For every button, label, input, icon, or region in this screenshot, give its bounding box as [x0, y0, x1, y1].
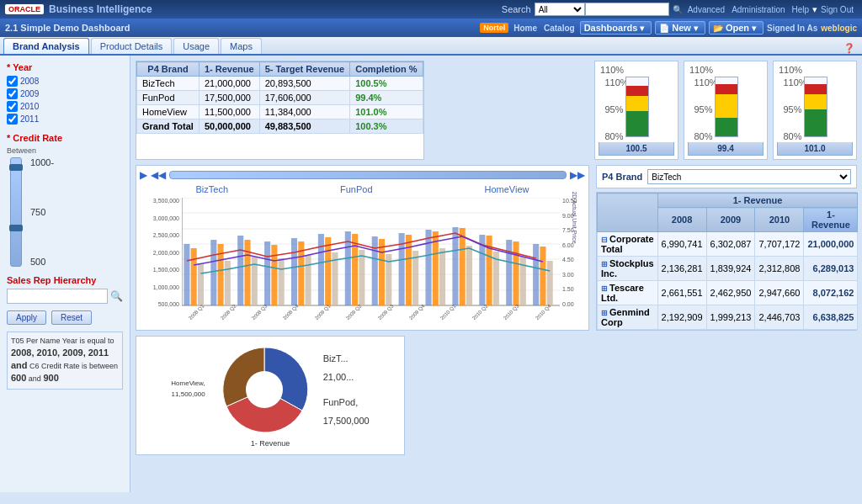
combo-chart-area: 3,500,000 3,000,000 2,500,000 2,000,000 … [140, 198, 585, 322]
pie-chart-wrap: HomeView,11,500,000 [136, 336, 405, 455]
search-scope-select[interactable]: All [535, 3, 585, 16]
tab-usage[interactable]: Usage [173, 38, 219, 54]
expand-icon-4[interactable]: ⊞ [601, 309, 608, 317]
brand-dropdown[interactable]: BizTech FunPod HomeView [647, 169, 851, 184]
col-completion: Completion % [350, 62, 423, 77]
play-btn[interactable]: ▶ [140, 169, 147, 181]
completion-cell: 99.4% [350, 91, 423, 105]
brand-homeview: HomeView [484, 184, 529, 194]
slider-thumb-bottom[interactable] [9, 225, 23, 231]
open-dropdown[interactable]: 📂 Open▾ [709, 21, 764, 34]
year-2010-checkbox[interactable] [7, 101, 18, 112]
pivot-genmind-2008: 2,192,909 [657, 305, 706, 330]
pivot-row-genmind: ⊞Genmind Corp 2,192,909 1,999,213 2,446,… [598, 305, 858, 330]
pivot-col-revenue-header: 1- Revenue [657, 194, 858, 208]
target-cell: 11,384,000 [259, 105, 350, 119]
tab-help-icon[interactable]: ❓ [843, 43, 855, 54]
pivot-table: 1- Revenue 2008 2009 2010 1- Revenue [597, 193, 858, 330]
reset-button[interactable]: Reset [51, 310, 92, 325]
notif-button[interactable]: Nortel [480, 23, 508, 33]
svg-rect-16 [372, 236, 378, 305]
administration-link[interactable]: Administration [732, 5, 785, 14]
pivot-stock-2008: 2,136,281 [657, 257, 706, 281]
hierarchy-filter: Sales Rep Hierarchy 🔍 [7, 275, 123, 304]
right-content: P4 Brand 1- Revenue 5- Target Revenue Co… [130, 56, 862, 492]
expand-icon-3[interactable]: ⊞ [601, 284, 608, 293]
apply-button[interactable]: Apply [7, 310, 46, 325]
time-slider[interactable] [169, 171, 567, 179]
brand-select-label: P4 Brand [602, 172, 642, 182]
year-2008-checkbox[interactable] [7, 76, 18, 87]
grand-total-revenue: 50,000,000 [199, 119, 259, 134]
year-2011-checkbox[interactable] [7, 114, 18, 125]
filter-panel: * Year 2008 2009 2010 2011 * Credit Rate… [0, 56, 130, 492]
svg-rect-50 [547, 261, 553, 305]
revenue-table-wrap: P4 Brand 1- Revenue 5- Target Revenue Co… [136, 61, 424, 160]
pie-svg [214, 343, 315, 436]
pivot-corp-2009: 6,302,087 [706, 232, 755, 257]
pivot-total-header: 1- Revenue [804, 208, 858, 232]
second-toolbar: 2.1 Simple Demo Dashboard Nortel Home Ca… [0, 19, 862, 37]
filter-summary: T05 Per Name Year is equal to 2008, 2010… [7, 332, 123, 390]
search-input[interactable] [585, 3, 669, 16]
grand-total-row: Grand Total 50,000,000 49,883,500 100.3% [137, 119, 423, 134]
slider-thumb-top[interactable] [9, 164, 23, 171]
year-2009-checkbox[interactable] [7, 88, 18, 99]
tab-maps[interactable]: Maps [221, 38, 262, 54]
search-go-icon[interactable]: 🔍 [673, 5, 683, 14]
year-2009-row: 2009 [7, 88, 123, 99]
catalog-link[interactable]: Catalog [544, 24, 575, 33]
tab-product-details[interactable]: Product Details [91, 38, 173, 54]
pivot-tescare-2010: 2,947,660 [755, 281, 804, 305]
pivot-table-wrap: 1- Revenue 2008 2009 2010 1- Revenue [596, 192, 857, 331]
pivot-tescare-total: 8,072,162 [804, 281, 858, 305]
pie-label-homeview: HomeView,11,500,000 [171, 379, 205, 401]
slider-val-750: 750 [30, 207, 54, 217]
svg-rect-19 [452, 227, 458, 305]
svg-rect-35 [513, 241, 519, 305]
signed-in-label: Signed In As [767, 24, 817, 33]
year-filter: * Year 2008 2009 2010 2011 [7, 62, 123, 125]
new-dropdown[interactable]: 📄 New▾ [655, 21, 705, 34]
svg-point-51 [246, 371, 283, 408]
expand-icon[interactable]: ⊟ [601, 236, 608, 244]
svg-rect-12 [264, 241, 270, 305]
forward-btn[interactable]: ▶▶ [570, 169, 585, 181]
user-link[interactable]: weblogic [821, 24, 857, 33]
search-label: Search [502, 4, 531, 14]
year-2009-label: 2009 [20, 89, 39, 98]
pivot-genmind-total: 6,638,825 [804, 305, 858, 330]
tab-bar: Brand Analysis Product Details Usage Map… [0, 37, 862, 56]
pivot-label-tescare: ⊞Tescare Ltd. [598, 281, 658, 305]
year-2010-label: 2010 [20, 102, 39, 111]
signout-link[interactable]: Sign Out [821, 5, 854, 14]
col-target: 5- Target Revenue [259, 62, 350, 77]
brand-funpod: FunPod [340, 184, 373, 194]
credit-rate-filter: * Credit Rate Between 1000- 750 500 [7, 133, 123, 267]
pivot-row-tescare: ⊞Tescare Ltd. 2,661,551 2,462,950 2,947,… [598, 281, 858, 305]
table-row: BizTech 21,000,000 20,893,500 100.5% [137, 77, 423, 91]
pivot-corp-2008: 6,990,741 [657, 232, 706, 257]
grand-total-label: Grand Total [137, 119, 200, 134]
year-2008-row: 2008 [7, 76, 123, 87]
svg-rect-23 [191, 248, 197, 305]
back-btn[interactable]: ◀◀ [151, 169, 166, 181]
svg-rect-47 [466, 246, 472, 305]
pivot-year-2010: 2010 [755, 208, 804, 232]
top-section: P4 Brand 1- Revenue 5- Target Revenue Co… [136, 61, 857, 160]
svg-rect-14 [318, 234, 324, 305]
svg-rect-22 [533, 244, 539, 305]
hierarchy-input[interactable] [7, 289, 108, 304]
grand-total-completion: 100.3% [350, 119, 423, 134]
expand-icon-2[interactable]: ⊞ [601, 260, 608, 268]
year-2011-row: 2011 [7, 114, 123, 125]
advanced-link[interactable]: Advanced [688, 5, 725, 14]
home-link[interactable]: Home [513, 24, 537, 33]
dashboards-dropdown[interactable]: Dashboards▾ [580, 21, 652, 34]
help-link[interactable]: Help [792, 5, 810, 14]
svg-rect-25 [244, 240, 250, 305]
main-content: * Year 2008 2009 2010 2011 * Credit Rate… [0, 56, 862, 492]
tab-brand-analysis[interactable]: Brand Analysis [3, 38, 89, 54]
hierarchy-icon[interactable]: 🔍 [110, 290, 123, 302]
pivot-genmind-2010: 2,446,703 [755, 305, 804, 330]
